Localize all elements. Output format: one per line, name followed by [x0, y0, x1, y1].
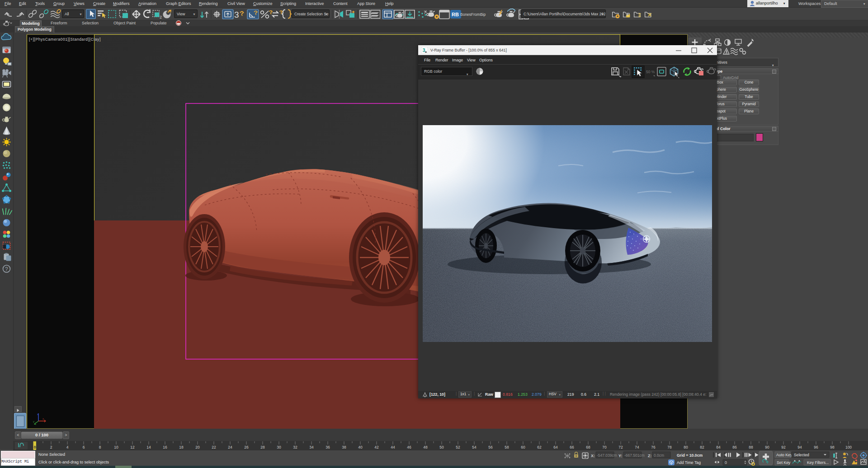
svg-text:24: 24 — [228, 445, 232, 449]
svg-text:2: 2 — [160, 15, 162, 19]
svg-text:Selected: Selected — [794, 453, 809, 457]
svg-text:Set Key: Set Key — [777, 460, 791, 465]
svg-text:BonesFromBip: BonesFromBip — [460, 12, 486, 17]
svg-text:50: 50 — [439, 445, 444, 449]
svg-text:14: 14 — [146, 445, 151, 449]
svg-text:Key Filters...: Key Filters... — [807, 460, 829, 465]
svg-text:40: 40 — [358, 445, 363, 449]
svg-text:80: 80 — [684, 445, 688, 449]
svg-text:10: 10 — [114, 445, 118, 449]
svg-text:42: 42 — [374, 445, 379, 449]
svg-text:0: 0 — [725, 460, 727, 465]
svg-text:-667.501cm: -667.501cm — [624, 453, 645, 458]
svg-text:84: 84 — [716, 445, 721, 449]
svg-text:92: 92 — [781, 445, 786, 449]
svg-text:6: 6 — [83, 445, 85, 449]
svg-text:50 %: 50 % — [646, 70, 655, 74]
svg-text:Auto Key: Auto Key — [776, 453, 793, 457]
svg-text:68: 68 — [586, 445, 590, 449]
svg-text:90: 90 — [765, 445, 769, 449]
svg-text:58: 58 — [505, 445, 509, 449]
svg-text:38: 38 — [342, 445, 346, 449]
svg-text:3: 3 — [423, 47, 425, 53]
svg-text:0.0cm: 0.0cm — [654, 453, 664, 458]
svg-text:18: 18 — [179, 445, 184, 449]
svg-text:16: 16 — [163, 445, 167, 449]
svg-text:Add Time Tag: Add Time Tag — [677, 460, 701, 465]
svg-text:32: 32 — [293, 445, 297, 449]
svg-text:62: 62 — [537, 445, 542, 449]
svg-text:Z:: Z: — [648, 454, 652, 458]
svg-text:98: 98 — [830, 445, 835, 449]
svg-text:54: 54 — [472, 445, 476, 449]
svg-text:100: 100 — [845, 445, 852, 449]
svg-text:48: 48 — [423, 445, 428, 449]
svg-text:x: x — [42, 417, 44, 420]
svg-text:z: z — [37, 413, 38, 416]
svg-text:X:: X: — [591, 454, 595, 458]
svg-text:56: 56 — [488, 445, 493, 449]
svg-text:88: 88 — [749, 445, 753, 449]
svg-text:36: 36 — [326, 445, 330, 449]
svg-text:28: 28 — [260, 445, 265, 449]
svg-text:44: 44 — [391, 445, 395, 449]
svg-text:70: 70 — [602, 445, 607, 449]
svg-text:66: 66 — [570, 445, 574, 449]
svg-text:76: 76 — [651, 445, 656, 449]
svg-text:y: y — [33, 420, 34, 423]
svg-text:2: 2 — [50, 445, 52, 449]
svg-text:46: 46 — [407, 445, 411, 449]
svg-text:86: 86 — [732, 445, 737, 449]
svg-text:74: 74 — [635, 445, 639, 449]
svg-text:3: 3 — [234, 10, 239, 19]
svg-text:30: 30 — [277, 445, 281, 449]
svg-text:RB: RB — [452, 12, 459, 17]
svg-text:0: 0 — [34, 445, 36, 449]
svg-text:94: 94 — [797, 445, 802, 449]
svg-text:22: 22 — [212, 445, 216, 449]
svg-text:-547.039cm: -547.039cm — [597, 453, 617, 458]
svg-text:8: 8 — [99, 445, 101, 449]
svg-text:72: 72 — [618, 445, 623, 449]
svg-text:64: 64 — [553, 445, 558, 449]
svg-text:60: 60 — [521, 445, 525, 449]
svg-text:20: 20 — [195, 445, 200, 449]
svg-text:96: 96 — [814, 445, 818, 449]
svg-text:4: 4 — [66, 445, 69, 449]
svg-text:34: 34 — [309, 445, 314, 449]
svg-text:82: 82 — [700, 445, 704, 449]
svg-text:26: 26 — [244, 445, 249, 449]
svg-text:?: ? — [5, 266, 8, 272]
svg-text:52: 52 — [456, 445, 460, 449]
svg-text:Grid = 10.0cm: Grid = 10.0cm — [677, 453, 703, 458]
svg-text:78: 78 — [667, 445, 672, 449]
svg-text:Y:: Y: — [618, 454, 622, 458]
svg-text:12: 12 — [130, 445, 135, 449]
